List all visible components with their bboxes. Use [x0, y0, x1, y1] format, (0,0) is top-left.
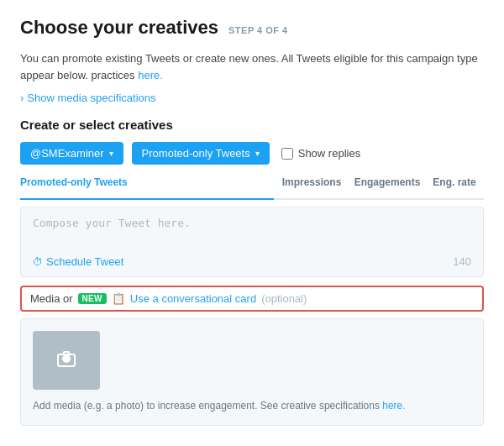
section-title: Create or select creatives [20, 118, 484, 132]
media-bar: Media or NEW 📋 Use a conversational card… [20, 286, 484, 312]
conversational-card-link[interactable]: Use a conversational card [130, 292, 256, 305]
show-specs-label: Show media specifications [27, 92, 155, 104]
show-replies-checkbox[interactable] [281, 148, 293, 160]
camera-icon [55, 346, 78, 375]
page-header: Choose your creatives STEP 4 OF 4 [20, 17, 484, 39]
table-header: Promoted-only Tweets Impressions Engagem… [20, 176, 484, 200]
tweets-label: Promoted-only Tweets [142, 147, 250, 160]
account-chevron-icon: ▾ [109, 149, 113, 158]
page-title: Choose your creatives [20, 17, 218, 39]
col-header-impressions: Impressions [274, 176, 349, 193]
show-replies-label: Show replies [298, 147, 360, 160]
intro-text: You can promote existing Tweets or creat… [20, 50, 484, 83]
show-replies-row: Show replies [281, 147, 360, 160]
media-label: Media or [30, 292, 73, 305]
media-upload-box: Add media (e.g. a photo) to increase eng… [20, 318, 484, 426]
tweet-composer: ⏱ Schedule Tweet 140 [20, 207, 484, 277]
clock-icon: ⏱ [33, 256, 43, 268]
media-thumbnail[interactable] [33, 331, 100, 390]
intro-link[interactable]: here. [138, 69, 163, 81]
show-media-specs-link[interactable]: › Show media specifications [20, 92, 484, 104]
compose-footer: ⏱ Schedule Tweet 140 [33, 255, 471, 268]
schedule-tweet-label: Schedule Tweet [46, 255, 123, 268]
col-header-engagements: Engagements [349, 176, 425, 193]
char-count: 140 [453, 255, 471, 268]
card-icon: 📋 [112, 292, 125, 305]
account-label: @SMExaminer [30, 147, 104, 160]
tweets-chevron-icon: ▾ [255, 149, 260, 158]
media-help-text: Add media (e.g. a photo) to increase eng… [33, 398, 406, 413]
optional-label: (optional) [261, 292, 307, 305]
chevron-right-icon: › [20, 92, 24, 104]
creative-specs-link[interactable]: here. [382, 400, 405, 412]
footer-actions: Cancel Publish Tweet [20, 443, 484, 446]
compose-input[interactable] [33, 216, 471, 246]
step-badge: STEP 4 OF 4 [228, 25, 288, 35]
account-dropdown[interactable]: @SMExaminer ▾ [20, 142, 123, 165]
col-header-tweets: Promoted-only Tweets [20, 176, 274, 200]
controls-row: @SMExaminer ▾ Promoted-only Tweets ▾ Sho… [20, 142, 484, 165]
schedule-tweet-link[interactable]: ⏱ Schedule Tweet [33, 255, 123, 268]
svg-point-0 [62, 354, 71, 363]
page-container: Choose your creatives STEP 4 OF 4 You ca… [20, 17, 484, 446]
tweets-dropdown[interactable]: Promoted-only Tweets ▾ [132, 142, 270, 165]
col-header-eng-rate: Eng. rate [425, 176, 484, 193]
new-badge: NEW [78, 293, 107, 304]
